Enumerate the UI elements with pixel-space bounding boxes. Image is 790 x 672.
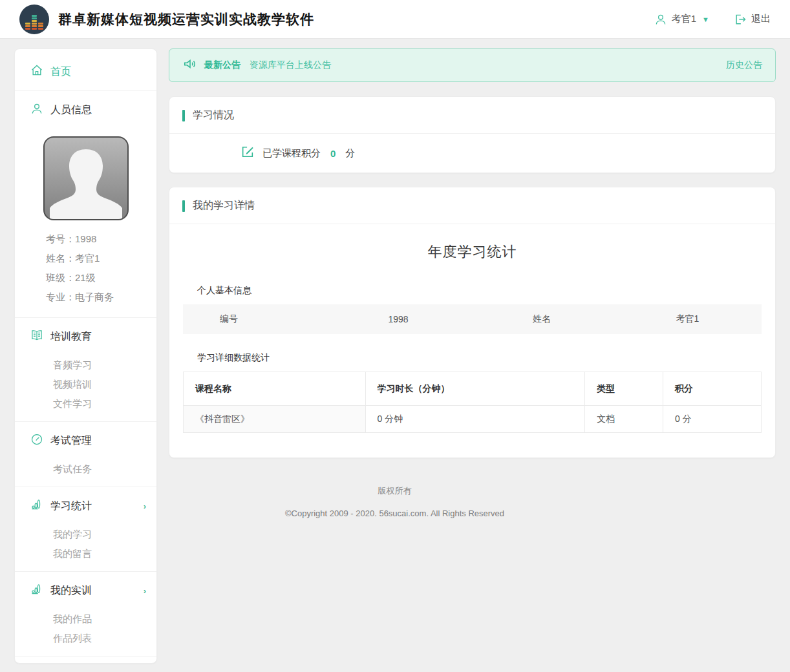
study-status-title: 学习情况	[193, 109, 234, 122]
basic-field-label: 姓名	[470, 313, 614, 325]
sidebar-section-label: 我的实训	[50, 584, 92, 598]
app-logo	[19, 5, 49, 34]
profile-name: 姓名：考官1	[46, 249, 156, 268]
page-footer: 版权所有 ©Copyright 2009 - 2020. 56sucai.com…	[14, 458, 776, 518]
home-icon	[30, 64, 43, 79]
sidebar-item-home[interactable]: 首页	[15, 53, 156, 90]
study-status-header: 学习情况	[169, 97, 775, 134]
top-header: 群卓新媒体短视频运营实训实战教学软件 考官1 ▼ 退出	[0, 0, 790, 39]
score-label: 已学课程积分	[262, 147, 321, 160]
avatar	[43, 136, 129, 220]
profile-major: 专业：电子商务	[46, 288, 156, 307]
sidebar-item-my-messages[interactable]: 我的留言	[53, 544, 156, 563]
footer-copyright-cn: 版权所有	[14, 485, 776, 497]
announcement-link[interactable]: 资源库平台上线公告	[250, 59, 331, 71]
basic-info-label: 个人基本信息	[197, 285, 762, 297]
col-score: 积分	[663, 372, 762, 406]
chevron-down-icon: ▼	[702, 16, 709, 23]
cell-study-duration: 0 分钟	[365, 406, 585, 433]
basic-field-label: 编号	[183, 313, 326, 325]
study-detail-title: 我的学习详情	[193, 199, 255, 213]
logout-label: 退出	[751, 13, 771, 25]
user-menu[interactable]: 考官1 ▼	[654, 13, 709, 26]
user-icon	[654, 13, 667, 26]
bar-chart-icon	[30, 583, 43, 598]
table-row: 《抖音雷区》 0 分钟 文档 0 分	[184, 406, 762, 433]
announcement-bar: 最新公告 资源库平台上线公告 历史公告	[169, 48, 776, 82]
person-icon	[30, 102, 43, 118]
study-detail-header: 我的学习详情	[169, 187, 775, 224]
avatar-wrap	[15, 129, 156, 224]
score-value: 0	[328, 148, 337, 159]
sidebar-item-audio-study[interactable]: 音频学习	[53, 355, 156, 375]
col-course-name: 课程名称	[184, 372, 366, 406]
history-announcements-link[interactable]: 历史公告	[726, 59, 762, 71]
stats-section-label: 学习详细数据统计	[197, 352, 762, 364]
logo-equalizer-bars	[25, 23, 30, 30]
table-header-row: 课程名称 学习时长（分钟） 类型 积分	[184, 372, 762, 406]
chevron-right-icon: ›	[144, 586, 146, 596]
sidebar-subitems-training: 音频学习 视频培训 文件学习	[15, 355, 156, 421]
sidebar-item-my-study[interactable]: 我的学习	[53, 525, 156, 544]
sidebar-item-personnel[interactable]: 人员信息	[15, 91, 156, 129]
annual-report-title: 年度学习统计	[183, 224, 762, 278]
study-stats-table: 课程名称 学习时长（分钟） 类型 积分 《抖音雷区》 0 分钟 文档 0 分	[183, 372, 762, 433]
sidebar-item-video-training[interactable]: 视频培训	[53, 375, 156, 394]
app-title: 群卓新媒体短视频运营实训实战教学软件	[58, 10, 314, 28]
score-unit: 分	[345, 147, 355, 160]
user-name: 考官1	[672, 13, 696, 25]
sidebar-subitems-study-stats: 我的学习 我的留言	[15, 525, 156, 571]
sidebar-item-label: 首页	[50, 65, 71, 79]
sidebar: 首页 人员信息 考号：1998 姓名：考官1 班级：21级 专业：电子商务	[14, 48, 157, 664]
sidebar-item-works-list[interactable]: 作品列表	[53, 629, 156, 648]
footer-copyright-en: ©Copyright 2009 - 2020. 56sucai.com. All…	[14, 509, 776, 518]
accent-bar	[182, 110, 185, 121]
profile-exam-no: 考号：1998	[46, 229, 156, 249]
sidebar-section-exam[interactable]: 考试管理	[15, 422, 156, 459]
accent-bar	[182, 200, 185, 212]
col-study-duration: 学习时长（分钟）	[365, 372, 585, 406]
cell-score: 0 分	[663, 406, 762, 433]
sidebar-item-my-works[interactable]: 我的作品	[53, 609, 156, 629]
profile-class: 班级：21级	[46, 268, 156, 288]
sidebar-item-label: 人员信息	[50, 103, 92, 117]
col-type: 类型	[585, 372, 663, 406]
sidebar-subitems-my-practice: 我的作品 作品列表	[15, 609, 156, 656]
sidebar-section-label: 培训教育	[50, 330, 92, 344]
sidebar-section-label: 考试管理	[50, 434, 92, 448]
sidebar-section-my-practice[interactable]: 我的实训 ›	[15, 572, 156, 609]
cell-type: 文档	[585, 406, 663, 433]
logout-icon	[734, 13, 747, 26]
cell-course-name: 《抖音雷区》	[184, 406, 366, 433]
clock-icon	[30, 433, 43, 448]
sidebar-item-file-study[interactable]: 文件学习	[53, 394, 156, 414]
study-detail-card: 我的学习详情 年度学习统计 个人基本信息 编号 1998 姓名 考官1 学习详细…	[169, 187, 776, 458]
book-icon	[30, 329, 43, 344]
profile-info: 考号：1998 姓名：考官1 班级：21级 专业：电子商务	[15, 224, 156, 317]
basic-info-row: 编号 1998 姓名 考官1	[183, 304, 762, 334]
edit-icon	[240, 145, 255, 162]
sidebar-section-training[interactable]: 培训教育	[15, 318, 156, 355]
basic-field-value: 1998	[326, 314, 470, 324]
speaker-icon	[182, 57, 198, 74]
study-status-card: 学习情况 已学课程积分 0 分	[169, 96, 776, 173]
latest-announcement-label: 最新公告	[204, 59, 240, 71]
divider	[15, 656, 156, 656]
basic-field-value: 考官1	[614, 313, 762, 325]
logout-button[interactable]: 退出	[734, 13, 771, 26]
